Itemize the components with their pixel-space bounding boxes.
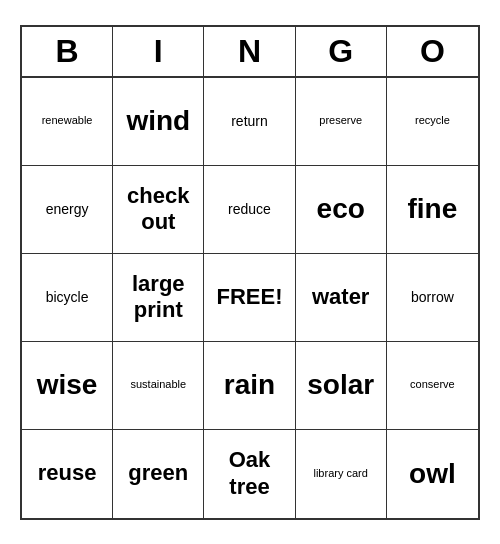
header-letter: B: [22, 27, 113, 76]
cell-text: eco: [317, 192, 365, 226]
bingo-cell: renewable: [22, 78, 113, 166]
cell-text: borrow: [411, 289, 454, 306]
bingo-cell: preserve: [296, 78, 387, 166]
bingo-cell: wise: [22, 342, 113, 430]
bingo-cell: sustainable: [113, 342, 204, 430]
bingo-cell: library card: [296, 430, 387, 518]
bingo-cell: Oak tree: [204, 430, 295, 518]
bingo-cell: reduce: [204, 166, 295, 254]
header-letter: G: [296, 27, 387, 76]
bingo-cell: reuse: [22, 430, 113, 518]
cell-text: recycle: [415, 114, 450, 127]
bingo-cell: return: [204, 78, 295, 166]
bingo-cell: owl: [387, 430, 478, 518]
bingo-cell: water: [296, 254, 387, 342]
header-letter: I: [113, 27, 204, 76]
cell-text: owl: [409, 457, 456, 491]
cell-text: Oak tree: [208, 447, 290, 500]
bingo-cell: eco: [296, 166, 387, 254]
bingo-cell: solar: [296, 342, 387, 430]
cell-text: library card: [313, 467, 367, 480]
bingo-cell: wind: [113, 78, 204, 166]
cell-text: green: [128, 460, 188, 486]
cell-text: reuse: [38, 460, 97, 486]
cell-text: FREE!: [216, 284, 282, 310]
cell-text: return: [231, 113, 268, 130]
cell-text: reduce: [228, 201, 271, 218]
cell-text: conserve: [410, 378, 455, 391]
bingo-grid: renewablewindreturnpreserverecycleenergy…: [22, 78, 478, 518]
cell-text: water: [312, 284, 369, 310]
bingo-cell: green: [113, 430, 204, 518]
cell-text: sustainable: [130, 378, 186, 391]
bingo-cell: check out: [113, 166, 204, 254]
bingo-cell: conserve: [387, 342, 478, 430]
cell-text: solar: [307, 368, 374, 402]
cell-text: preserve: [319, 114, 362, 127]
header-letter: N: [204, 27, 295, 76]
cell-text: rain: [224, 368, 275, 402]
cell-text: bicycle: [46, 289, 89, 306]
bingo-cell: bicycle: [22, 254, 113, 342]
bingo-card: BINGO renewablewindreturnpreserverecycle…: [20, 25, 480, 520]
bingo-cell: large print: [113, 254, 204, 342]
bingo-cell: energy: [22, 166, 113, 254]
bingo-cell: borrow: [387, 254, 478, 342]
cell-text: large print: [117, 271, 199, 324]
cell-text: fine: [408, 192, 458, 226]
cell-text: wind: [126, 104, 190, 138]
cell-text: wise: [37, 368, 98, 402]
bingo-cell: rain: [204, 342, 295, 430]
bingo-cell: recycle: [387, 78, 478, 166]
bingo-cell: fine: [387, 166, 478, 254]
bingo-header: BINGO: [22, 27, 478, 78]
bingo-cell: FREE!: [204, 254, 295, 342]
cell-text: renewable: [42, 114, 93, 127]
header-letter: O: [387, 27, 478, 76]
cell-text: check out: [117, 183, 199, 236]
cell-text: energy: [46, 201, 89, 218]
